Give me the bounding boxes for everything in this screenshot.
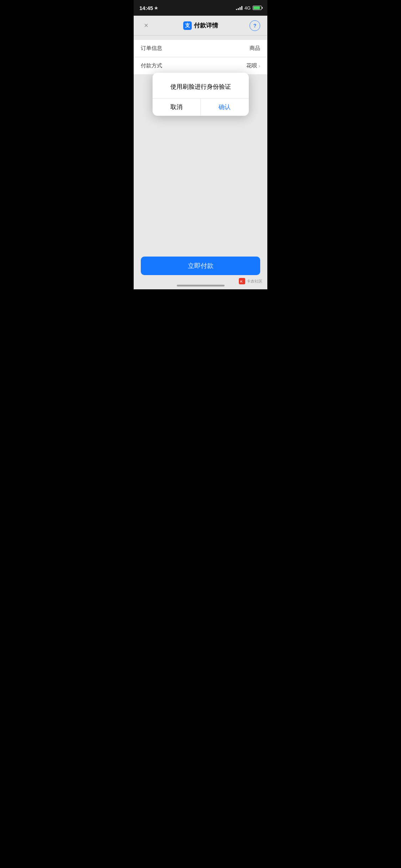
modal-buttons: 取消 确认 <box>153 98 249 116</box>
modal-backdrop: 使用刷脸进行身份验证 取消 确认 <box>134 16 267 289</box>
home-indicator <box>177 285 225 286</box>
cancel-button[interactable]: 取消 <box>153 99 201 116</box>
confirm-button[interactable]: 确认 <box>201 99 249 116</box>
cancel-label: 取消 <box>170 103 182 111</box>
status-bar: 14:45 4G <box>134 0 267 16</box>
signal-icon <box>236 6 242 10</box>
time-display: 14:45 <box>139 5 153 11</box>
status-right: 4G <box>236 5 262 11</box>
battery-icon <box>253 6 262 10</box>
network-label: 4G <box>245 5 251 11</box>
modal-body: 使用刷脸进行身份验证 <box>153 73 249 98</box>
confirm-label: 确认 <box>219 103 231 111</box>
location-icon <box>154 6 158 10</box>
status-time: 14:45 <box>139 5 158 11</box>
face-verify-modal: 使用刷脸进行身份验证 取消 确认 <box>153 73 249 116</box>
modal-title: 使用刷脸进行身份验证 <box>160 83 242 91</box>
